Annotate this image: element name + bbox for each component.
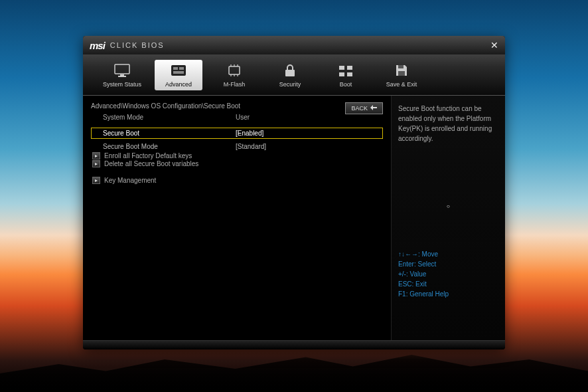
window-title: CLICK BIOS <box>110 41 165 49</box>
nav-label: Save & Exit <box>386 81 417 88</box>
nav-security[interactable]: Security <box>266 60 314 90</box>
secure-boot-mode-row[interactable]: Secure Boot Mode [Standard] <box>91 142 383 151</box>
close-icon[interactable]: ✕ <box>490 40 498 50</box>
nav-label: Security <box>279 81 301 88</box>
titlebar: msi CLICK BIOS ✕ <box>83 36 505 54</box>
monitor-icon <box>113 62 131 78</box>
back-button[interactable]: BACK <box>345 102 383 114</box>
svg-rect-2 <box>118 76 126 77</box>
svg-rect-7 <box>229 66 240 74</box>
floppy-icon <box>392 62 411 78</box>
hotkey-value: +/-: Value <box>398 269 498 279</box>
svg-rect-20 <box>398 71 405 76</box>
system-mode-value: User <box>236 114 250 121</box>
hotkey-select: Enter: Select <box>398 259 498 269</box>
secure-boot-value: [Enabled] <box>236 130 263 137</box>
svg-rect-15 <box>339 66 344 70</box>
svg-rect-4 <box>173 67 178 70</box>
svg-rect-3 <box>171 65 186 76</box>
sliders-icon <box>169 62 188 78</box>
nav-label: Boot <box>340 81 352 88</box>
nav-label: System Status <box>103 81 141 88</box>
enroll-keys-label: Enroll all Factory Default keys <box>104 152 192 159</box>
svg-rect-6 <box>173 71 184 74</box>
nav-mflash[interactable]: M-Flash <box>210 60 258 90</box>
hotkey-move: ↑↓←→: Move <box>398 249 498 259</box>
key-management-row[interactable]: ▸ Key Management <box>91 177 383 184</box>
bottom-bar <box>83 340 505 349</box>
enroll-keys-row[interactable]: ▸ Enroll all Factory Default keys <box>91 152 383 159</box>
svg-rect-19 <box>398 65 404 68</box>
brand-logo: msi <box>90 40 105 51</box>
lock-icon <box>281 62 299 78</box>
hotkey-exit: ESC: Exit <box>398 279 498 289</box>
loading-dot-icon: ○ <box>398 203 498 209</box>
hotkey-help: F1: General Help <box>398 289 498 299</box>
svg-rect-0 <box>115 64 129 74</box>
secure-boot-mode-label: Secure Boot Mode <box>103 143 236 150</box>
svg-rect-16 <box>347 66 352 70</box>
body-area: BACK Advanced\Windows OS Configuration\S… <box>83 96 505 340</box>
arrow-right-icon: ▸ <box>92 152 100 159</box>
svg-rect-1 <box>120 74 124 76</box>
arrow-right-icon: ▸ <box>92 160 100 167</box>
nav-label: M-Flash <box>224 81 246 88</box>
desktop-mountain-silhouette <box>0 345 588 392</box>
back-arrow-icon <box>370 105 377 112</box>
secure-boot-row[interactable]: Secure Boot [Enabled] <box>91 128 383 139</box>
hotkey-hints: ↑↓←→: Move Enter: Select +/-: Value ESC:… <box>398 249 498 299</box>
nav-label: Advanced <box>165 81 192 88</box>
svg-rect-14 <box>285 70 295 76</box>
svg-rect-17 <box>339 72 344 76</box>
system-mode-label: System Mode <box>103 114 236 121</box>
breadcrumb: Advanced\Windows OS Configuration\Secure… <box>91 102 383 110</box>
boot-icon <box>336 62 355 78</box>
nav-bar: System Status Advanced M-Flash Security … <box>83 54 505 96</box>
help-panel: Secure Boot function can be enabled only… <box>391 96 505 340</box>
svg-rect-5 <box>179 67 184 70</box>
main-panel: BACK Advanced\Windows OS Configuration\S… <box>83 96 391 340</box>
secure-boot-mode-value: [Standard] <box>236 143 266 150</box>
svg-rect-18 <box>347 72 352 76</box>
chip-icon <box>225 62 244 78</box>
nav-save-exit[interactable]: Save & Exit <box>378 60 425 90</box>
nav-boot[interactable]: Boot <box>322 60 370 90</box>
secure-boot-label: Secure Boot <box>103 130 236 137</box>
nav-advanced[interactable]: Advanced <box>155 60 202 90</box>
arrow-right-icon: ▸ <box>92 177 100 184</box>
bios-window: msi CLICK BIOS ✕ System Status Advanced … <box>83 36 505 349</box>
back-label: BACK <box>351 105 368 112</box>
nav-system-status[interactable]: System Status <box>98 60 147 90</box>
system-mode-row: System Mode User <box>91 114 383 121</box>
delete-vars-label: Delete all Secure Boot variables <box>104 160 198 167</box>
delete-vars-row[interactable]: ▸ Delete all Secure Boot variables <box>91 160 383 167</box>
help-text: Secure Boot function can be enabled only… <box>398 104 498 144</box>
key-management-label: Key Management <box>104 177 156 184</box>
